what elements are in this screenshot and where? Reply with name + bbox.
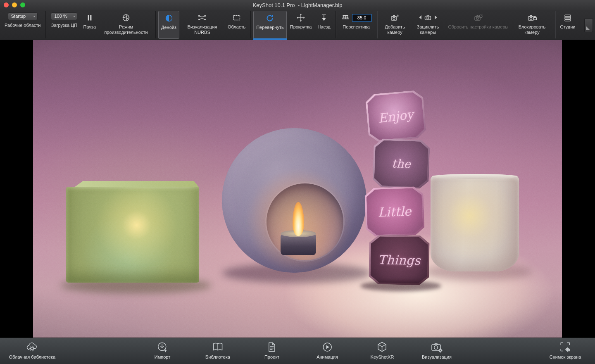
render-label: Визуализация xyxy=(422,354,452,359)
region-icon xyxy=(232,12,241,23)
cloud-library-label: Облачная библиотека xyxy=(9,354,56,359)
window-titlebar: KeyShot 10.1 Pro - LightManager.bip xyxy=(0,0,595,10)
workspace-dropdown[interactable]: Startup ▾ xyxy=(8,12,38,20)
cloud-library-icon xyxy=(26,341,39,353)
screenshot-icon xyxy=(559,341,571,353)
zoom-window-button[interactable] xyxy=(20,2,25,7)
add-camera-icon xyxy=(390,12,400,23)
cycle-cameras-button[interactable]: Зациклить камеры xyxy=(411,10,445,40)
reset-camera-icon xyxy=(474,12,483,23)
keyshotxr-label: KeyShotXR xyxy=(371,354,394,359)
tumble-label: Перевернуть xyxy=(256,25,284,30)
bottom-toolbar: Облачная библиотека Импорт Библиотека Пр… xyxy=(0,338,595,364)
dolly-icon xyxy=(319,12,328,23)
toolbar-divider xyxy=(155,11,156,38)
render-icon xyxy=(430,341,443,353)
nurbs-rendering-button[interactable]: Визуализация NURBS xyxy=(180,10,225,40)
dolly-label: Наезд xyxy=(317,24,330,30)
render-button[interactable]: Визуализация xyxy=(422,341,452,359)
performance-mode-label: Режим производительности xyxy=(102,24,150,35)
lock-camera-label: Блокировать камеру xyxy=(514,24,550,35)
studios-button[interactable]: Студии xyxy=(557,10,578,40)
library-label: Библиотека xyxy=(205,354,230,359)
traffic-lights xyxy=(4,2,25,7)
denoise-button[interactable]: Денойз xyxy=(158,11,179,39)
workspace-group: Startup ▾ Рабочие области xyxy=(2,10,43,40)
animation-label: Анимация xyxy=(317,354,338,359)
previous-camera-icon[interactable] xyxy=(419,15,422,21)
library-button[interactable]: Библиотека xyxy=(205,341,230,359)
toolbar-divider xyxy=(555,11,555,38)
import-label: Импорт xyxy=(155,354,170,359)
viewport-background: Enjoy the Little Things xyxy=(0,40,595,338)
cpu-usage-label: Загрузка ЦП xyxy=(51,23,78,28)
add-camera-button[interactable]: Добавить камеру xyxy=(379,10,411,40)
perspective-input[interactable] xyxy=(352,14,372,22)
animation-button[interactable]: Анимация xyxy=(317,341,338,359)
toolbar-divider xyxy=(250,11,251,38)
nurbs-label: Визуализация NURBS xyxy=(183,24,222,35)
next-camera-icon[interactable] xyxy=(434,15,438,21)
chevron-down-icon: ▾ xyxy=(73,14,75,18)
tumble-icon xyxy=(265,13,274,24)
import-icon xyxy=(156,341,169,353)
panel-toggle-button[interactable] xyxy=(584,18,593,32)
cpu-usage-value: 100 % xyxy=(54,14,67,19)
pan-button[interactable]: Прокрутка xyxy=(287,10,315,40)
denoise-label: Денойз xyxy=(161,25,176,30)
reset-camera-button: Сбросить настройки камеры xyxy=(445,10,512,40)
cycle-cameras-label: Зациклить камеры xyxy=(414,24,443,35)
toolbar-divider xyxy=(377,11,377,38)
main-toolbar: Startup ▾ Рабочие области 100 % ▾ Загруз… xyxy=(0,10,595,40)
close-window-button[interactable] xyxy=(4,2,9,7)
toolbar-divider xyxy=(336,11,336,38)
project-label: Проект xyxy=(264,354,279,359)
screenshot-label: Снимок экрана xyxy=(550,354,581,359)
project-button[interactable]: Проект xyxy=(264,341,279,359)
pan-label: Прокрутка xyxy=(290,24,312,30)
studios-label: Студии xyxy=(560,24,576,30)
performance-mode-icon xyxy=(121,12,131,23)
workspace-label: Рабочие области xyxy=(5,23,40,28)
add-camera-label: Добавить камеру xyxy=(382,24,408,35)
perspective-label: Перспектива xyxy=(343,24,370,30)
cpu-usage-dropdown[interactable]: 100 % ▾ xyxy=(51,12,77,20)
project-icon xyxy=(266,341,278,353)
pause-button[interactable]: Пауза xyxy=(80,10,99,40)
region-label: Область xyxy=(228,24,245,30)
toolbar-divider xyxy=(45,11,46,38)
workspace-dropdown-value: Startup xyxy=(11,14,26,19)
perspective-group: Перспектива xyxy=(338,10,375,40)
reset-camera-label: Сбросить настройки камеры xyxy=(448,24,509,30)
pan-icon xyxy=(296,12,305,23)
cpu-usage-group: 100 % ▾ Загрузка ЦП xyxy=(48,10,80,40)
screenshot-button[interactable]: Снимок экрана xyxy=(550,341,581,359)
performance-mode-button[interactable]: Режим производительности xyxy=(99,10,153,40)
window-title: KeyShot 10.1 Pro - LightManager.bip xyxy=(253,2,343,8)
dolly-button[interactable]: Наезд xyxy=(314,10,333,40)
pause-icon xyxy=(85,12,94,23)
minimize-window-button[interactable] xyxy=(12,2,17,7)
lock-camera-button[interactable]: Блокировать камеру xyxy=(512,10,553,40)
denoise-icon xyxy=(164,13,174,24)
cloud-library-button[interactable]: Облачная библиотека xyxy=(9,341,56,359)
chevron-down-icon: ▾ xyxy=(33,14,35,18)
tumble-button[interactable]: Перевернуть xyxy=(253,11,287,39)
render-vignette xyxy=(33,40,562,338)
lock-camera-icon xyxy=(527,12,537,23)
camera-icon xyxy=(424,13,432,23)
region-button[interactable]: Область xyxy=(225,10,248,40)
nurbs-icon xyxy=(198,12,207,23)
studios-icon xyxy=(563,12,572,23)
animation-icon xyxy=(321,341,333,353)
keyshotxr-icon xyxy=(376,341,388,353)
realtime-render-view[interactable]: Enjoy the Little Things xyxy=(33,40,562,338)
library-icon xyxy=(212,341,224,353)
pause-label: Пауза xyxy=(83,24,96,30)
perspective-grid-icon xyxy=(341,13,350,23)
keyshotxr-button[interactable]: KeyShotXR xyxy=(371,341,394,359)
import-button[interactable]: Импорт xyxy=(155,341,170,359)
